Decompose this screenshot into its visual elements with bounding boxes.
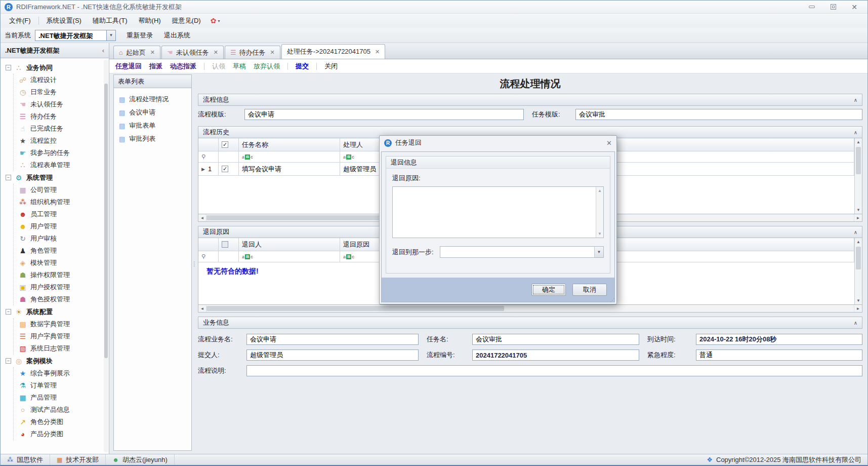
business-field-input[interactable]: 20241722041705 [472, 350, 639, 361]
scroll-track[interactable] [855, 246, 862, 297]
tree-item[interactable]: ☻员工管理 [18, 208, 102, 220]
tree-item[interactable]: ☰用户字典管理 [18, 330, 102, 342]
tree-item[interactable]: ▤数据字典管理 [18, 318, 102, 330]
menu-item-2[interactable]: 系统设置(S) [41, 15, 87, 27]
task-template-input[interactable]: 会议审批 [575, 109, 862, 120]
action-指派[interactable]: 指派 [149, 62, 162, 71]
scroll-left-icon[interactable]: ◄ [198, 214, 206, 221]
tree-item[interactable]: ☝已完成任务 [18, 123, 102, 135]
tree-item[interactable]: ☍流程设计 [18, 74, 102, 86]
form-list-item[interactable]: ▤流程处理情况 [116, 93, 189, 106]
process-template-input[interactable]: 会议申请 [244, 109, 524, 120]
scroll-up-icon[interactable]: ▲ [855, 238, 862, 246]
menu-item-5[interactable]: 提意见(D) [167, 15, 206, 27]
system-combo[interactable]: .NET敏捷开发框架 ▼ [35, 30, 116, 41]
scroll-down-icon[interactable]: ▼ [596, 230, 603, 238]
tree-item[interactable]: ∴流程表单管理 [18, 159, 102, 171]
scroll-up-icon[interactable]: ▲ [855, 138, 862, 146]
tree-item[interactable]: ▣用户授权管理 [18, 281, 102, 293]
tree-item[interactable]: ☻用户管理 [18, 220, 102, 232]
tree-expand-icon[interactable]: − [6, 175, 11, 180]
tree-item[interactable]: ♟角色管理 [18, 245, 102, 257]
return-reason-textarea[interactable]: ▲ ▼ [392, 186, 604, 238]
business-field-input[interactable] [246, 365, 862, 376]
textarea-content[interactable] [393, 187, 596, 238]
exit-system-button[interactable]: 退出系统 [158, 31, 196, 40]
tree-expand-icon[interactable]: − [6, 65, 11, 70]
action-动态指派[interactable]: 动态指派 [170, 62, 196, 71]
dialog-title-bar[interactable]: R 任务退回 ✕ [380, 136, 616, 150]
scroll-right-icon[interactable]: ► [854, 305, 862, 312]
tab-item[interactable]: ⌂起始页✕ [113, 46, 160, 59]
feedback-flower-button[interactable]: ✿▾ [211, 17, 220, 25]
maximize-button[interactable] [827, 3, 839, 11]
header-checkbox[interactable]: ✓ [222, 141, 228, 148]
tree-item[interactable]: ☛我参与的任务 [18, 147, 102, 159]
tree-root-item[interactable]: −☀系统配置 [6, 305, 102, 318]
scroll-right-icon[interactable]: ► [854, 214, 862, 221]
row-checkbox[interactable]: ✓ [222, 166, 228, 172]
relogin-button[interactable]: 重新登录 [121, 31, 158, 40]
textarea-scrollbar[interactable]: ▲ ▼ [596, 187, 603, 238]
tree-item[interactable]: ★流程监控 [18, 135, 102, 147]
column-header[interactable]: 任务名称 [239, 138, 340, 151]
task-name-cell[interactable]: 填写会议申请 [239, 163, 340, 176]
chevron-down-icon[interactable]: ▼ [594, 247, 603, 257]
action-提交[interactable]: 提交 [296, 62, 309, 71]
tree-item[interactable]: ◈模块管理 [18, 257, 102, 269]
scroll-thumb[interactable] [856, 147, 861, 174]
return-vertical-scrollbar[interactable]: ▲ ▼ [854, 238, 862, 304]
ok-button[interactable]: 确定 [531, 284, 566, 296]
tree-root-item[interactable]: −⚙系统管理 [6, 171, 102, 184]
tab-close-icon[interactable]: ✕ [270, 49, 275, 56]
scroll-thumb[interactable] [206, 306, 504, 311]
scroll-left-icon[interactable]: ◄ [198, 305, 206, 312]
scroll-track[interactable] [206, 305, 854, 312]
tree-item[interactable]: ▦公司管理 [18, 184, 102, 196]
filter-cell[interactable]: aBc [239, 251, 340, 262]
sidebar-collapse-icon[interactable]: ‹ [102, 47, 104, 54]
tree-item[interactable]: ☗操作权限管理 [18, 269, 102, 281]
tree-item[interactable]: ☗角色授权管理 [18, 293, 102, 305]
business-field-input[interactable]: 2024-10-22 16时20分08秒 [696, 334, 862, 345]
close-button[interactable]: ✕ [848, 3, 860, 11]
action-关闭[interactable]: 关闭 [324, 62, 338, 71]
collapse-chevron-icon[interactable]: ∧ [854, 320, 857, 326]
tree-item[interactable]: ⁂组织机构管理 [18, 196, 102, 208]
scroll-up-icon[interactable]: ▲ [596, 187, 603, 195]
tree-item[interactable]: ◷日常业务 [18, 86, 102, 98]
minimize-button[interactable] [806, 3, 818, 11]
tab-item[interactable]: ☚未认领任务✕ [161, 46, 224, 59]
tree-item[interactable]: ○测试产品信息 [18, 404, 102, 416]
tab-close-icon[interactable]: ✕ [375, 49, 380, 55]
tab-close-icon[interactable]: ✕ [214, 49, 218, 56]
form-list-item[interactable]: ▤审批列表 [116, 132, 189, 145]
tree-item[interactable]: ☰待办任务 [18, 110, 102, 123]
business-field-input[interactable]: 会议审批 [472, 334, 639, 345]
tree-root-item[interactable]: −◎案例模块 [6, 355, 102, 367]
business-field-input[interactable]: 会议申请 [246, 334, 419, 345]
form-list-item[interactable]: ▤审批表单 [116, 119, 189, 132]
column-header[interactable]: 退回人 [239, 238, 340, 251]
return-horizontal-scrollbar[interactable]: ◄ ► [198, 305, 862, 313]
menu-item-3[interactable]: 辅助工具(T) [87, 15, 133, 27]
history-vertical-scrollbar[interactable]: ▲ ▼ [854, 138, 862, 214]
tree-item[interactable]: ⚗订单管理 [18, 379, 102, 392]
tree-item[interactable]: ◕产品分类图 [18, 428, 102, 440]
panel-splitter[interactable]: ⋮ [192, 73, 197, 454]
tree-expand-icon[interactable]: − [6, 309, 11, 315]
action-认领[interactable]: 认领 [212, 62, 225, 71]
collapse-chevron-icon[interactable]: ∧ [854, 130, 857, 135]
scroll-down-icon[interactable]: ▼ [855, 206, 862, 214]
tree-item[interactable]: ▦产品管理 [18, 392, 102, 404]
sidebar-scrollbar-thumb[interactable] [104, 84, 108, 359]
tree-expand-icon[interactable]: − [6, 358, 11, 364]
action-草稿[interactable]: 草稿 [233, 62, 246, 71]
form-list-item[interactable]: ▤会议申请 [116, 106, 189, 119]
sidebar-scrollbar[interactable] [104, 60, 108, 452]
scroll-down-icon[interactable]: ▼ [855, 297, 862, 304]
menu-item-4[interactable]: 帮助(H) [133, 15, 167, 27]
tree-item[interactable]: ☚未认领任务 [18, 98, 102, 110]
action-任意退回[interactable]: 任意退回 [115, 62, 142, 71]
collapse-chevron-icon[interactable]: ∧ [854, 97, 857, 103]
